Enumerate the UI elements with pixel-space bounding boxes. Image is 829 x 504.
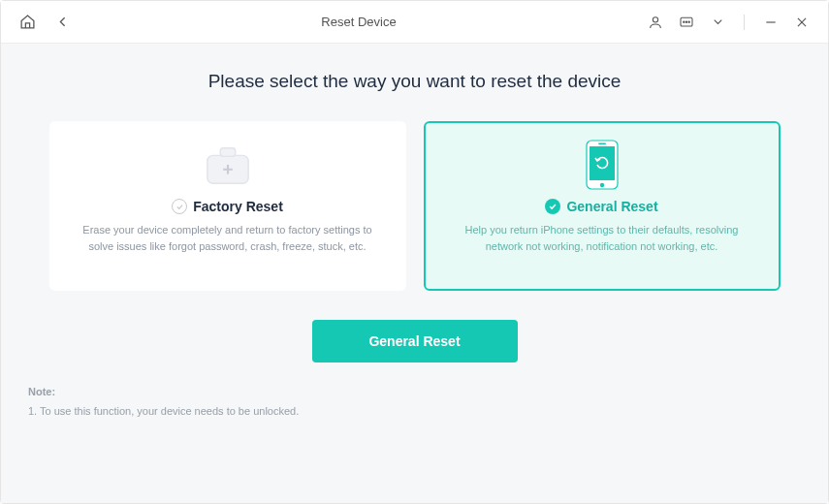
factory-reset-title-row: Factory Reset bbox=[172, 199, 283, 214]
note-label: Note: bbox=[28, 386, 801, 397]
general-reset-title-row: General Reset bbox=[545, 199, 657, 214]
general-reset-button[interactable]: General Reset bbox=[312, 320, 518, 362]
window-title: Reset Device bbox=[71, 15, 647, 29]
phone-icon bbox=[582, 137, 622, 193]
check-icon bbox=[545, 199, 560, 214]
note-item: 1. To use this function, your device nee… bbox=[28, 405, 299, 417]
svg-point-14 bbox=[599, 183, 603, 187]
general-reset-title: General Reset bbox=[566, 199, 657, 214]
close-icon[interactable] bbox=[793, 14, 811, 31]
back-icon[interactable] bbox=[53, 14, 71, 31]
user-icon[interactable] bbox=[647, 14, 664, 31]
chevron-down-icon[interactable] bbox=[709, 14, 726, 31]
check-icon bbox=[172, 199, 187, 214]
factory-reset-desc: Erase your device completely and return … bbox=[78, 222, 378, 255]
svg-point-2 bbox=[684, 21, 685, 22]
titlebar: Reset Device bbox=[1, 1, 828, 44]
briefcase-icon bbox=[200, 137, 256, 193]
feedback-icon[interactable] bbox=[678, 14, 695, 31]
svg-point-0 bbox=[653, 16, 657, 21]
titlebar-right bbox=[647, 14, 811, 31]
svg-rect-15 bbox=[598, 143, 606, 145]
svg-rect-13 bbox=[590, 146, 615, 180]
titlebar-separator bbox=[744, 15, 745, 30]
note-section: Note: 1. To use this function, your devi… bbox=[28, 386, 801, 417]
svg-rect-9 bbox=[220, 148, 235, 157]
app-window: Reset Device Please select the way you w… bbox=[0, 0, 829, 504]
page-heading: Please select the way you want to reset … bbox=[28, 71, 801, 92]
factory-reset-card[interactable]: Factory Reset Erase your device complete… bbox=[49, 121, 406, 291]
titlebar-left bbox=[18, 14, 71, 31]
general-reset-desc: Help you return iPhone settings to their… bbox=[452, 222, 752, 255]
home-icon[interactable] bbox=[18, 14, 36, 31]
svg-point-4 bbox=[688, 21, 689, 22]
svg-point-3 bbox=[686, 21, 686, 22]
main-content: Please select the way you want to reset … bbox=[1, 44, 828, 503]
option-cards: Factory Reset Erase your device complete… bbox=[28, 121, 801, 291]
minimize-icon[interactable] bbox=[762, 14, 780, 31]
general-reset-card[interactable]: General Reset Help you return iPhone set… bbox=[424, 121, 781, 291]
factory-reset-title: Factory Reset bbox=[193, 199, 283, 214]
